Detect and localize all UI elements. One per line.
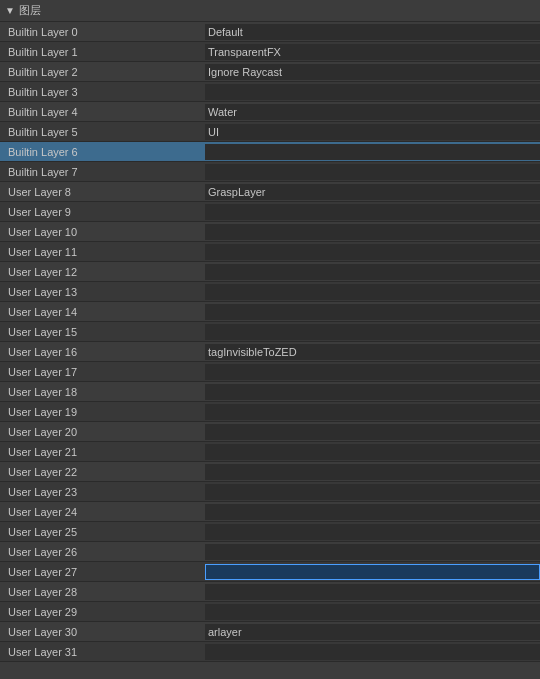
layer-row-9[interactable]: User Layer 9 <box>0 202 540 222</box>
layer-input-wrap-18 <box>205 382 540 401</box>
layer-input-10[interactable] <box>205 224 540 240</box>
layer-input-wrap-21 <box>205 442 540 461</box>
layer-input-wrap-1 <box>205 42 540 61</box>
layer-label-3: Builtin Layer 3 <box>0 86 205 98</box>
layer-input-20[interactable] <box>205 424 540 440</box>
layer-input-wrap-19 <box>205 402 540 421</box>
layer-row-26[interactable]: User Layer 26 <box>0 542 540 562</box>
layer-input-29[interactable] <box>205 604 540 620</box>
layer-input-24[interactable] <box>205 504 540 520</box>
layer-input-wrap-15 <box>205 322 540 341</box>
layer-input-1[interactable] <box>205 44 540 60</box>
layer-input-17[interactable] <box>205 364 540 380</box>
layer-label-12: User Layer 12 <box>0 266 205 278</box>
layer-input-23[interactable] <box>205 484 540 500</box>
layer-input-9[interactable] <box>205 204 540 220</box>
layer-row-31[interactable]: User Layer 31 <box>0 642 540 662</box>
layer-row-10[interactable]: User Layer 10 <box>0 222 540 242</box>
layer-input-7[interactable] <box>205 164 540 180</box>
layer-row-30[interactable]: User Layer 30 <box>0 622 540 642</box>
layer-label-1: Builtin Layer 1 <box>0 46 205 58</box>
panel-header: ▼ 图层 <box>0 0 540 22</box>
layer-row-4[interactable]: Builtin Layer 4 <box>0 102 540 122</box>
layer-row-16[interactable]: User Layer 16 <box>0 342 540 362</box>
layer-input-31[interactable] <box>205 644 540 660</box>
layer-row-27[interactable]: User Layer 27 <box>0 562 540 582</box>
layer-row-2[interactable]: Builtin Layer 2 <box>0 62 540 82</box>
layer-row-5[interactable]: Builtin Layer 5 <box>0 122 540 142</box>
layer-row-23[interactable]: User Layer 23 <box>0 482 540 502</box>
layer-row-24[interactable]: User Layer 24 <box>0 502 540 522</box>
layer-row-15[interactable]: User Layer 15 <box>0 322 540 342</box>
layer-label-31: User Layer 31 <box>0 646 205 658</box>
layer-input-28[interactable] <box>205 584 540 600</box>
layer-input-wrap-25 <box>205 522 540 541</box>
layer-input-25[interactable] <box>205 524 540 540</box>
layer-input-5[interactable] <box>205 124 540 140</box>
layer-input-26[interactable] <box>205 544 540 560</box>
layer-row-20[interactable]: User Layer 20 <box>0 422 540 442</box>
panel: ▼ 图层 Builtin Layer 0Builtin Layer 1Built… <box>0 0 540 662</box>
layer-input-2[interactable] <box>205 64 540 80</box>
layer-input-19[interactable] <box>205 404 540 420</box>
layer-row-29[interactable]: User Layer 29 <box>0 602 540 622</box>
layer-input-wrap-0 <box>205 22 540 41</box>
layer-input-21[interactable] <box>205 444 540 460</box>
layer-input-16[interactable] <box>205 344 540 360</box>
layer-input-12[interactable] <box>205 264 540 280</box>
layer-label-21: User Layer 21 <box>0 446 205 458</box>
layer-input-18[interactable] <box>205 384 540 400</box>
layer-input-wrap-28 <box>205 582 540 601</box>
layer-label-25: User Layer 25 <box>0 526 205 538</box>
layer-input-13[interactable] <box>205 284 540 300</box>
layer-input-22[interactable] <box>205 464 540 480</box>
layer-input-3[interactable] <box>205 84 540 100</box>
layer-input-wrap-31 <box>205 642 540 661</box>
layer-row-25[interactable]: User Layer 25 <box>0 522 540 542</box>
layer-label-11: User Layer 11 <box>0 246 205 258</box>
layer-label-4: Builtin Layer 4 <box>0 106 205 118</box>
layer-row-17[interactable]: User Layer 17 <box>0 362 540 382</box>
layer-input-wrap-13 <box>205 282 540 301</box>
layer-label-5: Builtin Layer 5 <box>0 126 205 138</box>
layer-row-6[interactable]: Builtin Layer 6 <box>0 142 540 162</box>
layer-input-wrap-22 <box>205 462 540 481</box>
layer-label-7: Builtin Layer 7 <box>0 166 205 178</box>
layer-input-30[interactable] <box>205 624 540 640</box>
layer-label-13: User Layer 13 <box>0 286 205 298</box>
layer-label-19: User Layer 19 <box>0 406 205 418</box>
layer-row-7[interactable]: Builtin Layer 7 <box>0 162 540 182</box>
layer-input-11[interactable] <box>205 244 540 260</box>
layer-row-12[interactable]: User Layer 12 <box>0 262 540 282</box>
layer-input-wrap-9 <box>205 202 540 221</box>
layer-input-0[interactable] <box>205 24 540 40</box>
layer-input-wrap-8 <box>205 182 540 201</box>
layer-row-22[interactable]: User Layer 22 <box>0 462 540 482</box>
layer-label-0: Builtin Layer 0 <box>0 26 205 38</box>
layer-row-28[interactable]: User Layer 28 <box>0 582 540 602</box>
layer-row-3[interactable]: Builtin Layer 3 <box>0 82 540 102</box>
layer-row-1[interactable]: Builtin Layer 1 <box>0 42 540 62</box>
layer-input-15[interactable] <box>205 324 540 340</box>
layer-label-16: User Layer 16 <box>0 346 205 358</box>
layer-row-11[interactable]: User Layer 11 <box>0 242 540 262</box>
collapse-arrow[interactable]: ▼ <box>5 5 15 16</box>
layer-input-wrap-26 <box>205 542 540 561</box>
layer-input-wrap-12 <box>205 262 540 281</box>
layer-row-13[interactable]: User Layer 13 <box>0 282 540 302</box>
layer-input-4[interactable] <box>205 104 540 120</box>
layer-row-8[interactable]: User Layer 8 <box>0 182 540 202</box>
layer-input-8[interactable] <box>205 184 540 200</box>
layer-input-27[interactable] <box>205 564 540 580</box>
layer-row-21[interactable]: User Layer 21 <box>0 442 540 462</box>
layer-row-19[interactable]: User Layer 19 <box>0 402 540 422</box>
layer-input-14[interactable] <box>205 304 540 320</box>
layer-input-wrap-7 <box>205 162 540 181</box>
layer-label-2: Builtin Layer 2 <box>0 66 205 78</box>
layer-row-18[interactable]: User Layer 18 <box>0 382 540 402</box>
layer-label-17: User Layer 17 <box>0 366 205 378</box>
layer-input-wrap-3 <box>205 82 540 101</box>
layer-row-14[interactable]: User Layer 14 <box>0 302 540 322</box>
layer-input-6[interactable] <box>205 144 540 160</box>
layer-row-0[interactable]: Builtin Layer 0 <box>0 22 540 42</box>
